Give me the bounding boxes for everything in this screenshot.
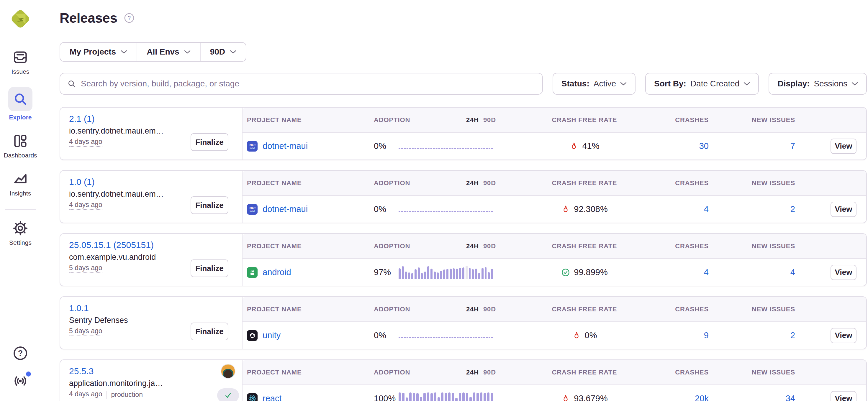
check-icon xyxy=(224,392,232,399)
chart-period-toggle[interactable]: 24H90D xyxy=(466,179,496,187)
unity-icon xyxy=(247,330,257,341)
col-project-name: PROJECT NAME xyxy=(247,305,374,313)
view-button[interactable]: View xyxy=(831,328,857,343)
project-row: .NETMAUI dotnet-maui 0% 92.308% 4 2 View xyxy=(243,196,866,223)
page-help-icon[interactable]: ? xyxy=(124,13,134,23)
project-link[interactable]: android xyxy=(262,267,291,277)
react-icon xyxy=(247,393,257,401)
search-input[interactable] xyxy=(81,79,535,89)
crashes-link[interactable]: 4 xyxy=(704,204,709,214)
new-issues-link[interactable]: 2 xyxy=(790,204,795,214)
table-header-row: PROJECT NAME ADOPTION 24H90D CRASH FREE … xyxy=(243,297,866,322)
view-button[interactable]: View xyxy=(831,265,857,280)
crash-free-rate: 0% xyxy=(572,331,597,340)
release-version-link[interactable]: 1.0 (1) xyxy=(69,177,95,187)
release-summary: 25.05.15.1 (2505151) com.example.vu.andr… xyxy=(60,234,242,286)
avatar xyxy=(221,364,236,378)
dashboards-icon xyxy=(12,133,29,149)
col-new-issues: NEW ISSUES xyxy=(752,179,795,187)
col-crash-free-rate: CRASH FREE RATE xyxy=(552,179,617,187)
environment-filter[interactable]: All Envs xyxy=(136,43,200,61)
new-issues-link[interactable]: 2 xyxy=(790,331,795,340)
release-version-link[interactable]: 25.5.3 xyxy=(69,366,94,376)
col-adoption: ADOPTION xyxy=(374,116,399,124)
view-button[interactable]: View xyxy=(831,139,857,154)
sidebar-item-explore[interactable]: Explore xyxy=(8,87,32,121)
adoption-sparkline xyxy=(399,329,493,342)
release-version-link[interactable]: 2.1 (1) xyxy=(69,113,95,124)
status-dropdown[interactable]: Status: Active xyxy=(553,73,636,95)
chevron-down-icon xyxy=(121,50,127,54)
release-card: 2.1 (1) io.sentry.dotnet.maui.em… 4 days… xyxy=(60,107,867,160)
new-issues-link[interactable]: 4 xyxy=(790,267,795,277)
insights-icon xyxy=(12,171,29,187)
page-filter-bar: My Projects All Envs 90D xyxy=(60,42,246,62)
project-row: .NETMAUI dotnet-maui 0% 41% 30 7 View xyxy=(243,133,866,160)
sentry-logo[interactable] xyxy=(9,8,32,30)
issues-icon xyxy=(12,49,29,65)
finalize-button[interactable]: Finalize xyxy=(191,133,228,151)
settings-gear-icon xyxy=(12,220,29,236)
table-header-row: PROJECT NAME ADOPTION 24H90D CRASH FREE … xyxy=(243,171,866,196)
release-environment: production xyxy=(106,391,143,399)
chart-period-toggle[interactable]: 24H90D xyxy=(466,369,496,376)
environment-filter-value: All Envs xyxy=(147,47,179,57)
adoption-sparkline xyxy=(399,203,493,216)
release-version-link[interactable]: 25.05.15.1 (2505151) xyxy=(69,240,154,250)
sidebar-item-issues[interactable]: Issues xyxy=(11,49,30,75)
sidebar-item-dashboards[interactable]: Dashboards xyxy=(4,133,37,159)
finalized-check-pill[interactable] xyxy=(217,388,239,401)
release-card: 25.5.3 application.monitoring.ja… 4 days… xyxy=(60,360,867,401)
sidebar-item-label: Explore xyxy=(9,114,32,121)
project-link[interactable]: unity xyxy=(262,331,281,340)
finalize-button[interactable]: Finalize xyxy=(191,323,228,340)
adoption-sparkline xyxy=(399,139,493,153)
chart-period-toggle[interactable]: 24H90D xyxy=(466,242,496,250)
svg-text:?: ? xyxy=(127,15,130,21)
adoption-sparkline xyxy=(399,392,493,401)
col-project-name: PROJECT NAME xyxy=(247,242,374,250)
release-search[interactable] xyxy=(60,73,543,95)
col-new-issues: NEW ISSUES xyxy=(752,242,795,250)
help-icon[interactable]: ? xyxy=(13,345,28,361)
view-button[interactable]: View xyxy=(831,391,857,401)
sidebar-item-insights[interactable]: Insights xyxy=(10,171,31,197)
crashes-link[interactable]: 9 xyxy=(704,331,709,340)
project-link[interactable]: dotnet-maui xyxy=(262,141,308,151)
finalize-button[interactable]: Finalize xyxy=(191,196,228,214)
release-created: 5 days ago xyxy=(69,327,102,336)
col-project-name: PROJECT NAME xyxy=(247,179,374,187)
adoption-value: 97% xyxy=(374,267,399,277)
release-card: 1.0 (1) io.sentry.dotnet.maui.em… 4 days… xyxy=(60,170,867,223)
display-dropdown[interactable]: Display: Sessions xyxy=(769,73,867,95)
display-label: Display: xyxy=(777,79,810,89)
chart-period-toggle[interactable]: 24H90D xyxy=(466,305,496,313)
crashes-link[interactable]: 20k xyxy=(695,394,709,401)
col-adoption: ADOPTION xyxy=(374,179,399,187)
release-card: 25.05.15.1 (2505151) com.example.vu.andr… xyxy=(60,233,867,286)
release-version-link[interactable]: 1.0.1 xyxy=(69,303,89,313)
sidebar-item-label: Insights xyxy=(10,190,31,197)
project-filter[interactable]: My Projects xyxy=(60,43,136,61)
project-link[interactable]: react xyxy=(262,394,281,401)
col-adoption: ADOPTION xyxy=(374,369,399,376)
table-header-row: PROJECT NAME ADOPTION 24H90D CRASH FREE … xyxy=(243,108,866,133)
sidebar-item-label: Settings xyxy=(9,239,32,246)
crashes-link[interactable]: 30 xyxy=(699,141,709,151)
crashes-link[interactable]: 4 xyxy=(704,267,709,277)
sidebar-item-settings[interactable]: Settings xyxy=(9,220,32,246)
project-link[interactable]: dotnet-maui xyxy=(262,204,308,214)
sidebar: Issues Explore Dashboards Insights xyxy=(0,0,41,401)
check-circle-icon xyxy=(561,268,570,277)
new-issues-link[interactable]: 34 xyxy=(786,394,795,401)
chart-period-toggle[interactable]: 24H90D xyxy=(466,116,496,124)
crash-free-rate: 93.679% xyxy=(561,394,608,401)
finalize-button[interactable]: Finalize xyxy=(191,260,228,277)
sort-label: Sort By: xyxy=(654,79,686,89)
sort-by-dropdown[interactable]: Sort By: Date Created xyxy=(645,73,759,95)
date-range-filter[interactable]: 90D xyxy=(200,43,246,61)
view-button[interactable]: View xyxy=(831,202,857,217)
new-issues-link[interactable]: 7 xyxy=(790,141,795,151)
fire-icon xyxy=(572,331,581,340)
whats-new-broadcast-icon[interactable] xyxy=(13,374,28,389)
